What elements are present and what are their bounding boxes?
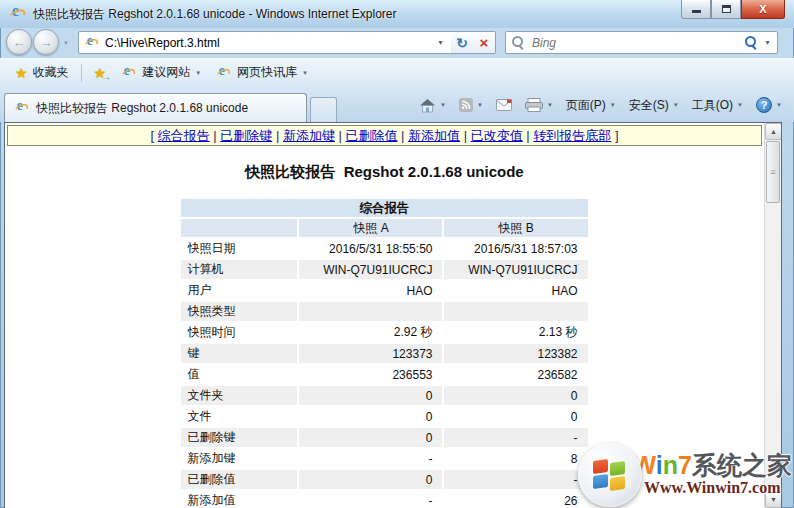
- table-body: 快照日期2016/5/31 18:55:502016/5/31 18:57:03…: [181, 239, 587, 508]
- value-a: 236553: [299, 365, 442, 384]
- tools-menu-button[interactable]: 工具(O) ▼: [686, 93, 749, 118]
- table-row: 值236553236582: [181, 365, 587, 384]
- table-row: 文件00: [181, 407, 587, 426]
- nav-separator: |: [210, 128, 221, 143]
- column-header-empty: [181, 219, 297, 237]
- chevron-down-icon: ▼: [195, 70, 201, 76]
- value-b: 2.13 秒: [444, 323, 587, 342]
- address-bar[interactable]: C:\Hive\Report.3.html ▼: [78, 31, 452, 54]
- search-icon: [512, 36, 525, 49]
- suggested-sites-button[interactable]: 建议网站 ▼: [113, 61, 208, 84]
- row-label: 已删除键: [181, 428, 297, 447]
- favorites-button[interactable]: ★ 收藏夹: [8, 61, 76, 84]
- safety-menu-button[interactable]: 安全(S) ▼: [623, 93, 685, 118]
- page-menu-label: 页面(P): [566, 97, 606, 114]
- add-to-favorites-bar-button[interactable]: ★→: [87, 63, 114, 83]
- report-nav-link[interactable]: 综合报告: [158, 128, 210, 143]
- value-a: 0: [299, 386, 442, 405]
- search-placeholder[interactable]: Bing: [532, 36, 745, 50]
- favorites-star-icon: ★: [15, 66, 28, 80]
- back-button[interactable]: ←: [6, 29, 32, 55]
- navigation-bar: ← → ▼ C:\Hive\Report.3.html ▼ ↻ × Bing ▼: [0, 28, 794, 58]
- print-button[interactable]: ▼: [519, 94, 559, 116]
- nav-separator: |: [398, 128, 409, 143]
- table-row: 快照类型: [181, 302, 587, 321]
- windows-flag-icon: [578, 443, 642, 507]
- maximize-button[interactable]: [711, 0, 741, 19]
- column-header-a: 快照 A: [299, 219, 442, 237]
- home-icon: [419, 98, 436, 113]
- row-label: 快照日期: [181, 239, 297, 258]
- tab-bar: 快照比较报告 Regshot 2.0.1.68 unicode ▼ ▼ ▼ 页面…: [0, 86, 794, 122]
- row-label: 键: [181, 344, 297, 363]
- chevron-down-icon: ▼: [610, 102, 616, 108]
- watermark-text: Win7系统之家 Www.Winwin7.com: [632, 453, 792, 497]
- web-slices-button[interactable]: 网页快讯库 ▼: [208, 61, 315, 84]
- chevron-down-icon: ▼: [737, 102, 743, 108]
- row-label: 文件: [181, 407, 297, 426]
- close-icon: X: [759, 3, 766, 15]
- value-a: 2.92 秒: [299, 323, 442, 342]
- read-mail-button[interactable]: [490, 95, 518, 115]
- stop-button[interactable]: ×: [473, 31, 496, 54]
- address-url[interactable]: C:\Hive\Report.3.html: [105, 36, 434, 50]
- value-b: -: [444, 470, 587, 489]
- value-a: WIN-Q7U91IUCRCJ: [299, 260, 442, 279]
- home-button[interactable]: ▼: [413, 94, 452, 117]
- favorites-bar: ★ 收藏夹 ★→ 建议网站 ▼ 网页快讯库 ▼: [0, 58, 794, 86]
- value-b: 26: [444, 491, 587, 508]
- watermark-url: Www.Winwin7.com: [632, 478, 792, 497]
- tools-menu-label: 工具(O): [692, 97, 733, 114]
- chevron-down-icon: ▼: [302, 70, 308, 76]
- table-row: 已删除键0-: [181, 428, 587, 447]
- report-nav-link[interactable]: 转到报告底部: [533, 128, 611, 143]
- favorites-label: 收藏夹: [33, 64, 69, 81]
- value-b: HAO: [444, 281, 587, 300]
- minimize-button[interactable]: [681, 0, 711, 19]
- report-nav-link[interactable]: 已删除键: [220, 128, 272, 143]
- close-button[interactable]: X: [741, 0, 785, 19]
- report-heading: 快照比较报告 Regshot 2.0.1.68 unicode: [5, 163, 764, 182]
- scrollbar-thumb[interactable]: ≡: [766, 141, 780, 203]
- column-header-b: 快照 B: [444, 219, 587, 237]
- forward-button[interactable]: →: [33, 29, 59, 55]
- scrollbar-grip-icon: ≡: [770, 168, 775, 177]
- window-controls: X: [681, 0, 785, 19]
- address-dropdown-icon[interactable]: ▼: [434, 39, 447, 46]
- refresh-button[interactable]: ↻: [451, 31, 474, 54]
- mail-icon: [496, 99, 512, 111]
- recent-pages-chevron-icon[interactable]: ▼: [63, 40, 69, 46]
- table-row: 已删除值0-: [181, 470, 587, 489]
- scroll-up-button[interactable]: ▲: [765, 123, 782, 140]
- chevron-down-icon: ▼: [477, 102, 483, 108]
- watermark: Win7系统之家 Www.Winwin7.com: [578, 443, 792, 507]
- value-a: 0: [299, 428, 442, 447]
- report-nav-link[interactable]: 已删除值: [346, 128, 398, 143]
- value-a: 0: [299, 470, 442, 489]
- search-box[interactable]: Bing ▼: [505, 31, 778, 54]
- green-arrow-icon: →: [101, 72, 111, 82]
- report-nav-link[interactable]: 已改变值: [471, 128, 523, 143]
- report-nav-link[interactable]: 新添加键: [283, 128, 335, 143]
- nav-separator: |: [272, 128, 283, 143]
- value-b: [444, 302, 587, 321]
- help-button[interactable]: ? ▼: [750, 93, 788, 117]
- row-label: 值: [181, 365, 297, 384]
- command-bar: ▼ ▼ ▼ 页面(P) ▼ 安全(S) ▼ 工具(O): [413, 91, 788, 119]
- new-tab-stub[interactable]: [310, 97, 337, 122]
- toolbar-separator: [81, 64, 82, 82]
- value-a: 0: [299, 407, 442, 426]
- search-options-chevron-icon[interactable]: ▼: [764, 39, 771, 46]
- value-a: -: [299, 491, 442, 508]
- feeds-button[interactable]: ▼: [453, 94, 489, 116]
- safety-menu-label: 安全(S): [629, 97, 669, 114]
- value-b: 123382: [444, 344, 587, 363]
- table-title: 综合报告: [181, 199, 587, 217]
- report-nav-link[interactable]: 新添加值: [408, 128, 460, 143]
- tab-regshot-report[interactable]: 快照比较报告 Regshot 2.0.1.68 unicode: [4, 93, 307, 122]
- restore-icon: [722, 5, 731, 13]
- value-b: 2016/5/31 18:57:03: [444, 239, 587, 258]
- page-menu-button[interactable]: 页面(P) ▼: [560, 93, 622, 118]
- search-submit-icon[interactable]: [745, 36, 758, 49]
- value-b: 8: [444, 449, 587, 468]
